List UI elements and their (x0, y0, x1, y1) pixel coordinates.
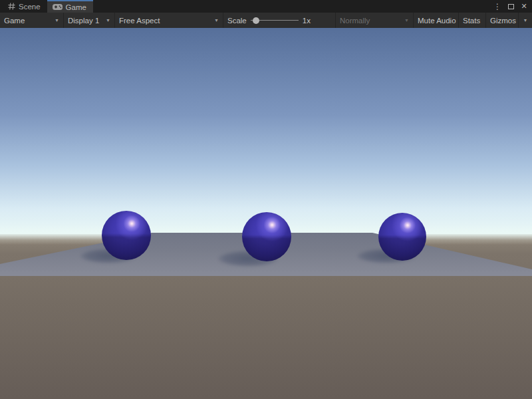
tab-bar: Scene Game ⋮ ✕ (0, 0, 532, 13)
chevron-down-icon: ▼ (523, 18, 528, 23)
scale-slider[interactable] (251, 20, 299, 21)
scale-value: 1x (303, 17, 311, 25)
chevron-down-icon: ▼ (102, 18, 110, 23)
scale-label: Scale (227, 17, 247, 25)
blue-sphere-1 (102, 211, 151, 260)
menu-kebab-icon[interactable]: ⋮ (492, 1, 503, 12)
chevron-down-icon: ▼ (51, 18, 59, 23)
tab-game[interactable]: Game (47, 0, 93, 13)
display-popup-label: Display 1 (68, 17, 99, 25)
chevron-down-icon: ▼ (400, 18, 409, 23)
tab-scene[interactable]: Scene (3, 0, 47, 13)
stats-button[interactable]: Stats (459, 13, 486, 28)
display-popup[interactable]: Display 1 ▼ (64, 13, 115, 28)
gizmos-label: Gizmos (490, 17, 516, 25)
window-controls: ⋮ ✕ (492, 0, 532, 13)
close-icon[interactable]: ✕ (519, 1, 529, 12)
maximize-on-play-label: Normally (340, 17, 370, 25)
blue-sphere-2 (242, 212, 291, 261)
maximize-icon[interactable] (505, 1, 516, 12)
sky-gradient (0, 28, 532, 235)
tab-scene-label: Scene (19, 3, 41, 11)
blue-sphere-3 (378, 213, 426, 261)
gizmos-dropdown[interactable]: ▼ (519, 13, 532, 28)
game-mode-popup[interactable]: Game ▼ (0, 13, 64, 28)
scale-control: Scale 1x (223, 13, 336, 28)
aspect-ratio-popup[interactable]: Free Aspect ▼ (115, 13, 223, 28)
mute-audio-label: Mute Audio (418, 17, 456, 25)
chevron-down-icon: ▼ (210, 18, 219, 23)
unity-game-window: Scene Game ⋮ ✕ Game ▼ (0, 0, 532, 399)
maximize-on-play-popup[interactable]: Normally ▼ (336, 13, 414, 28)
stats-label: Stats (463, 17, 480, 25)
game-view-toolbar: Game ▼ Display 1 ▼ Free Aspect ▼ Scale 1… (0, 13, 532, 28)
gamepad-icon (53, 4, 63, 10)
game-mode-popup-label: Game (4, 17, 25, 25)
mute-audio-button[interactable]: Mute Audio (414, 13, 459, 28)
tab-game-label: Game (66, 3, 86, 11)
aspect-ratio-popup-label: Free Aspect (119, 17, 160, 25)
scale-slider-knob[interactable] (253, 17, 259, 24)
gizmos-button[interactable]: Gizmos (486, 13, 519, 28)
game-viewport[interactable] (0, 28, 532, 399)
grid-icon (8, 3, 15, 10)
